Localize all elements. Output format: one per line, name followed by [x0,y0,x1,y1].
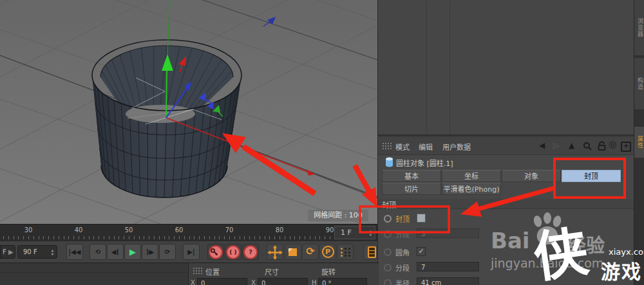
previous-frame-button[interactable]: ◀( [107,244,124,260]
attribute-manager-panel: 模式 编辑 用户数据 ◀ ▷ ▲ ◎ + 圆柱对象 [圆柱.1] [377,137,634,285]
param-label: 封顶 [395,214,410,224]
key-icon [210,248,219,257]
coordinates-panel: 位置 尺寸 旋转 X 0 X 0 H 0 ° [188,262,379,285]
end-frame-field[interactable]: 90 F▲▼ [17,245,57,259]
attribute-menu-bar: 模式 编辑 用户数据 ◀ ▷ ▲ ◎ + [378,137,634,155]
ruler-frame-number: 70 [225,226,234,234]
range-end-marker[interactable]: F ▶ [0,245,15,259]
panel-grip-icon[interactable] [193,267,202,274]
param-label: 分段 [395,262,410,273]
param-row-fillet-segments: 分段 7 ▲▼ [378,261,634,274]
x-axis-arrow-icon [307,169,315,176]
cylinder-object-icon [385,157,393,167]
scale-tool-button[interactable] [285,244,301,260]
film-strip-icon [368,246,376,258]
scale-icon [285,244,301,259]
ruler-frame-number: 30 [24,226,33,234]
column-divider [426,1,427,134]
ruler-frame-number: 40 [75,226,83,234]
tab-object[interactable]: 对象 [502,170,561,182]
history-back-icon[interactable]: ◀ [539,141,545,150]
param-label: 分段 [395,229,410,239]
param-row-segments-cap: 分段 3 ▲▼ [378,228,634,241]
next-key-button[interactable]: ⟳ [159,244,176,260]
section-header-caps: 封顶 [378,199,634,209]
menu-user-data[interactable]: 用户数据 [442,142,471,152]
fillet-segments-field[interactable]: 7 [417,262,479,271]
param-row-radius: 半径 41 cm ▲▼ [378,277,634,285]
object-name-label: 圆柱对象 [圆柱.1] [396,158,453,168]
viewport-3d[interactable]: 网格间距 : 100 cm [0,0,377,224]
transport-bar: F ▶ 90 F▲▼ |◀◀ ⟲ ◀( ▶ )▶ ⟳ ▶| ( ) ? [0,241,377,262]
viewport-scene [0,0,377,224]
radius-field[interactable]: 41 cm [417,277,479,285]
keyframe-dot-icon[interactable] [384,279,392,285]
panel-grip-icon[interactable] [382,142,392,149]
right-dock-tabs: 浏览器 构造 属性 [634,0,644,285]
ruler-frame-number: 50 [125,226,133,234]
position-x-field[interactable]: 0 [197,278,247,285]
position-header: 位置 [205,266,220,277]
menu-edit[interactable]: 编辑 [419,142,433,152]
tab-phong[interactable]: 平滑着色(Phong) [442,183,501,195]
object-manager-panel[interactable] [377,0,634,136]
rotation-header: 旋转 [321,266,336,277]
search-icon[interactable] [583,142,592,151]
size-header: 尺寸 [265,266,279,277]
keyframe-dot-icon[interactable] [384,230,392,238]
app-window: 网格间距 : 100 cm 模式 编辑 用户数据 ◀ ▷ ▲ ◎ + [0,0,644,285]
tab-caps[interactable]: 封顶 [562,170,621,182]
rotate-tool-button[interactable]: ⟳ [302,244,319,260]
tab-basic[interactable]: 基本 [382,170,441,182]
ruler-frame-number: 80 [276,226,284,234]
rotation-h-field[interactable]: 0 ° [318,278,367,285]
menu-mode[interactable]: 模式 [395,142,410,152]
segments-field[interactable]: 3 [417,228,479,238]
y-axis-line [166,69,167,118]
dock-tab-structure[interactable]: 构造 [634,58,644,109]
autokey-button[interactable]: ( ) [225,244,242,260]
keyframe-dot-icon[interactable] [384,248,392,256]
move-icon [267,245,283,260]
current-frame-field[interactable]: 1 F ▲▼ [334,226,375,239]
ruler-frame-number: 90 [326,226,334,234]
dock-tab-attributes[interactable]: 属性 [634,127,644,158]
frame-ticks [3,236,335,239]
points-grid-icon [341,248,351,257]
next-frame-button[interactable]: )▶ [142,244,158,260]
caps-checkbox[interactable] [417,214,426,223]
param-row-fillet: 圆角 ✓ [378,246,634,259]
tab-coordinates[interactable]: 坐标 [442,170,501,182]
keyframe-dot-icon[interactable] [384,215,392,223]
previous-key-button[interactable]: ⟲ [90,244,106,260]
param-label: 圆角 [395,247,410,257]
move-tool-button[interactable] [267,244,283,260]
history-forward-icon[interactable]: ▷ [553,141,559,150]
bottom-left-panel [0,262,188,285]
go-to-start-button[interactable]: |◀◀ [66,244,83,260]
keyframe-dot-icon[interactable] [384,264,392,271]
ruler-frame-number: 60 [175,226,184,234]
keyframe-selection-button[interactable]: ? [242,244,259,260]
coordinate-system-button[interactable]: P [319,244,336,260]
dock-tab-browser[interactable]: 浏览器 [634,0,644,55]
timeline-ruler[interactable]: 30405060708090 1 F ▲▼ [0,224,377,241]
grid-spacing-label: 网格间距 : 100 cm [308,210,368,221]
play-button[interactable]: ▶ [124,244,141,260]
tab-slice[interactable]: 切片 [382,183,441,195]
parent-up-icon[interactable]: ▲ [569,141,574,150]
param-row-caps: 封顶 [378,212,634,225]
new-panel-icon[interactable]: + [621,142,631,152]
size-x-field[interactable]: 0 [258,278,308,285]
go-to-end-button[interactable]: ▶| [183,244,200,260]
param-label: 半径 [395,278,410,285]
p-icon: P [322,246,334,258]
object-header-row[interactable]: 圆柱对象 [圆柱.1] [378,155,634,169]
record-keyframe-button[interactable] [207,244,224,260]
render-strip-button[interactable] [363,244,377,260]
target-icon[interactable]: ◎ [609,140,616,149]
snap-points-button[interactable] [337,244,354,260]
fillet-checkbox[interactable]: ✓ [417,247,426,256]
column-divider [450,1,450,134]
lock-icon[interactable] [598,141,606,151]
